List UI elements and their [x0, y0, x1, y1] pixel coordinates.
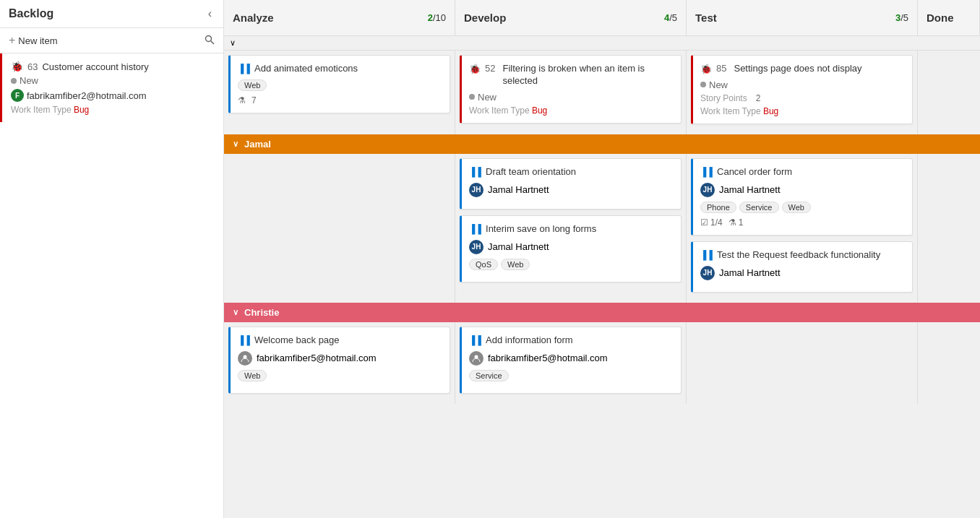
card-progress-row: ☑ 1/4 ⚗ 1 [700, 217, 905, 228]
assignee-name: Jamal Hartnett [719, 184, 781, 195]
card-assignee-row: fabrikamfiber5@hotmail.com [238, 351, 442, 366]
test-count: 1 [739, 217, 744, 228]
develop-unassigned-cell: 🐞 52 Filtering is broken when an item is… [455, 51, 687, 134]
status-dot [11, 78, 17, 84]
status-text: New [478, 92, 497, 103]
avatar: F [11, 89, 24, 102]
anon-icon [472, 354, 481, 363]
tag-web: Web [238, 79, 267, 91]
card-status-row: New [700, 79, 905, 90]
board-body: ∨ ▐▐ Add animated emoticons Web [224, 36, 980, 518]
avatar: JH [700, 266, 715, 280]
col-title-done: Done [927, 12, 954, 24]
story-icon: ▐▐ [700, 167, 713, 177]
card-title-row: ▐▐ Cancel order form [700, 166, 905, 178]
christie-banner-row: ∨ Christie [224, 303, 980, 322]
card-title-row: ▐▐ Welcome back page [238, 334, 442, 347]
card-assignee-row: fabrikamfiber5@hotmail.com [469, 351, 674, 366]
jamal-group-banner[interactable]: ∨ Jamal [224, 134, 980, 154]
tag-service: Service [469, 370, 509, 381]
card-tags: Service [469, 370, 674, 381]
work-item-type-label: Work Item Type [469, 105, 530, 116]
christie-done-cell [918, 322, 980, 404]
jamal-group-header: ∨ Jamal [224, 134, 980, 154]
card-footer: ⚗ 7 [238, 95, 442, 105]
story-icon: ▐▐ [469, 167, 481, 177]
card-tags: Web [238, 370, 442, 381]
card-type-row: Work Item Type Bug [700, 106, 905, 116]
test-count: 7 [252, 95, 257, 105]
item-title: Customer account history [42, 61, 148, 72]
status-text: New [709, 79, 728, 90]
jamal-collapse-btn[interactable]: ∨ [233, 139, 238, 149]
search-button[interactable] [205, 35, 215, 47]
card-settings-not-display[interactable]: 🐞 85 Settings page does not display New … [691, 55, 913, 124]
card-welcome-back-page[interactable]: ▐▐ Welcome back page fabrikamfiber5@hotm… [228, 327, 450, 394]
new-item-button[interactable]: + New item [9, 34, 58, 47]
item-assignee: F fabrikamfiber2@hotmail.com [11, 89, 215, 102]
test-beaker-icon: ⚗ [238, 95, 246, 105]
unassigned-row: ▐▐ Add animated emoticons Web ⚗ 7 [224, 51, 980, 134]
story-icon: ▐▐ [700, 250, 713, 260]
analyze-unassigned-cell: ▐▐ Add animated emoticons Web ⚗ 7 [224, 51, 455, 134]
app-container: Backlog ‹ + New item 🐞 63 Customer accou… [0, 0, 980, 518]
col-counter-test: 3/5 [895, 12, 908, 23]
svg-point-0 [206, 35, 212, 41]
story-icon: ▐▐ [469, 224, 481, 234]
card-assignee-row: JH Jamal Hartnett [700, 183, 905, 197]
card-title-row: ▐▐ Add animated emoticons [238, 63, 442, 75]
section-collapse-row[interactable]: ∨ [224, 36, 980, 51]
task-icon: ☑ [700, 217, 708, 228]
card-filtering-broken[interactable]: 🐞 52 Filtering is broken when an item is… [460, 55, 682, 124]
card-interim-save-long-forms[interactable]: ▐▐ Interim save on long forms JH Jamal H… [460, 215, 682, 282]
work-item-type-value: Bug [74, 105, 89, 115]
sidebar-collapse-btn[interactable]: ‹ [205, 6, 215, 22]
assignee-name: fabrikamfiber5@hotmail.com [257, 353, 377, 363]
col-counter-develop: 4/5 [664, 12, 677, 23]
jamal-analyze-cell [224, 154, 455, 303]
card-test-request-feedback[interactable]: ▐▐ Test the Request feedback functionali… [691, 241, 913, 293]
bug-icon: 🐞 [11, 61, 23, 72]
christie-collapse-btn[interactable]: ∨ [233, 308, 238, 317]
svg-line-1 [211, 40, 215, 44]
christie-group-banner[interactable]: ∨ Christie [224, 303, 980, 322]
item-status-text: New [20, 75, 38, 86]
card-tags: Web [238, 79, 442, 91]
sidebar-title: Backlog [9, 7, 53, 20]
backlog-item[interactable]: 🐞 63 Customer account history New F fabr… [0, 53, 223, 122]
board: Analyze 2/10 Develop 4/5 Test 3/5 Done [224, 0, 980, 518]
card-assignee-row: JH Jamal Hartnett [469, 240, 674, 254]
new-item-label: New item [18, 35, 57, 46]
tag-web: Web [782, 202, 811, 213]
card-title-row: ▐▐ Interim save on long forms [469, 223, 674, 236]
christie-test-cell [687, 322, 918, 404]
section-chevron-icon: ∨ [230, 38, 236, 48]
card-title: Interim save on long forms [486, 223, 596, 236]
avatar: JH [700, 183, 715, 197]
progress-tests: ⚗ 1 [728, 217, 744, 228]
jamal-develop-cell: ▐▐ Draft team orientation JH Jamal Hartn… [455, 154, 687, 303]
card-cancel-order-form[interactable]: ▐▐ Cancel order form JH Jamal Hartnett P… [691, 158, 913, 236]
assignee-name: Jamal Hartnett [488, 184, 549, 195]
card-title: Welcome back page [254, 334, 340, 347]
assignee-name: Jamal Hartnett [488, 241, 549, 252]
card-title: Test the Request feedback functionality [717, 249, 880, 262]
work-item-type-value: Bug [763, 106, 778, 116]
tag-web: Web [238, 370, 267, 381]
test-icon: ⚗ [728, 217, 736, 228]
card-draft-team-orientation[interactable]: ▐▐ Draft team orientation JH Jamal Hartn… [460, 158, 682, 210]
card-title: Add information form [486, 334, 573, 347]
col-title-analyze: Analyze [233, 12, 274, 24]
status-dot [700, 82, 706, 87]
column-header-test: Test 3/5 [687, 0, 918, 35]
card-add-information-form[interactable]: ▐▐ Add information form fabrikamfiber5@h… [460, 327, 682, 394]
tag-web: Web [501, 259, 530, 270]
new-item-plus-icon: + [9, 34, 15, 47]
column-header-analyze: Analyze 2/10 [224, 0, 455, 35]
bug-icon: 🐞 [700, 64, 712, 74]
test-unassigned-cell: 🐞 85 Settings page does not display New … [687, 51, 918, 134]
assignee-email: fabrikamfiber2@hotmail.com [27, 90, 147, 101]
tag-phone: Phone [700, 202, 736, 213]
card-add-animated-emoticons[interactable]: ▐▐ Add animated emoticons Web ⚗ 7 [228, 55, 450, 113]
card-type-row: Work Item Type Bug [469, 105, 674, 116]
